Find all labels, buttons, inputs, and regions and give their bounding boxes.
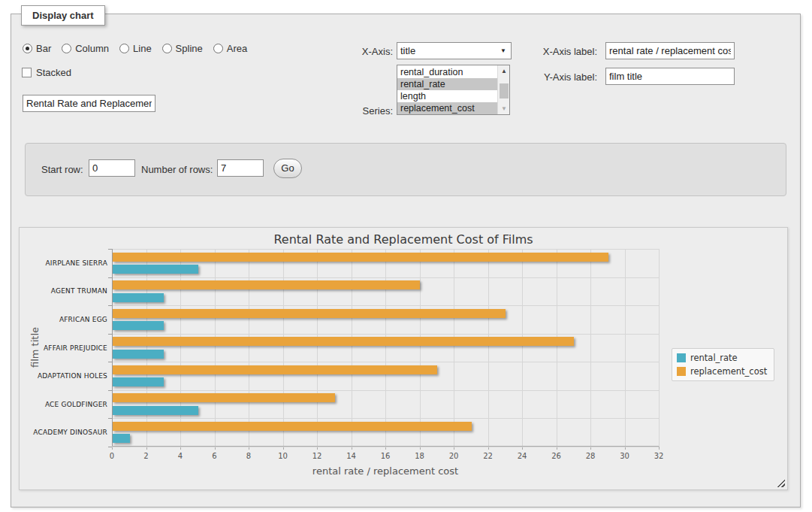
y-axis-label-input[interactable] (605, 68, 735, 85)
radio-circle-icon[interactable] (119, 44, 129, 53)
gridline (659, 249, 660, 447)
bar-rental_rate-african-egg[interactable] (113, 321, 164, 330)
gridline (112, 249, 659, 250)
stacked-checkbox[interactable] (22, 68, 32, 77)
series-options: rental_durationrental_ratelengthreplacem… (397, 66, 497, 114)
chart-title: Rental Rate and Replacement Cost of Film… (20, 232, 787, 247)
x-axis-label-label: X-Axis label: (526, 46, 597, 57)
legend-swatch-icon (677, 367, 686, 376)
radio-circle-icon[interactable] (162, 44, 172, 53)
x-axis-select[interactable]: title ▼ (397, 42, 512, 59)
gridline (522, 249, 523, 447)
series-option-length[interactable]: length (397, 90, 497, 102)
stacked-checkbox-row[interactable]: Stacked (22, 67, 71, 78)
radio-circle-icon[interactable] (213, 44, 223, 53)
x-tick-label: 10 (278, 452, 288, 460)
bar-replacement_cost-affair-prejudice[interactable] (113, 337, 574, 346)
scrollbar-thumb[interactable] (500, 83, 509, 98)
chart-plot-area: 02468101214161820222426283032AIRPLANE SI… (112, 249, 659, 447)
gridline (146, 249, 147, 447)
x-axis-select-value: title (400, 45, 415, 56)
radio-line[interactable]: Line (119, 43, 152, 54)
y-axis-label-label: Y-Axis label: (526, 71, 597, 83)
bar-replacement_cost-adaptation-holes[interactable] (113, 365, 437, 374)
gridline (283, 249, 284, 447)
x-tick-label: 4 (178, 452, 183, 460)
x-tick-label: 20 (449, 452, 459, 460)
page: Display chart BarColumnLineSplineArea St… (0, 0, 812, 512)
radio-column[interactable]: Column (62, 43, 109, 54)
bar-rental_rate-adaptation-holes[interactable] (113, 377, 164, 386)
scrollbar-up-icon[interactable]: ▲ (498, 65, 510, 77)
category-label: AIRPLANE SIERRA (20, 259, 107, 267)
radio-label: Bar (36, 43, 51, 54)
chart-type-group: BarColumnLineSplineArea (23, 43, 247, 54)
resize-handle-icon[interactable] (777, 479, 785, 487)
series-scrollbar[interactable]: ▲ ▼ (497, 65, 509, 114)
legend-item-replacement_cost[interactable]: replacement_cost (677, 366, 767, 377)
y-axis-line (112, 249, 113, 447)
series-listbox[interactable]: rental_durationrental_ratelengthreplacem… (397, 65, 510, 115)
y-axis-title: film title (29, 327, 41, 368)
legend-item-rental_rate[interactable]: rental_rate (677, 353, 767, 363)
gridline (625, 249, 626, 447)
bar-replacement_cost-airplane-sierra[interactable] (113, 253, 608, 262)
series-option-rental_rate[interactable]: rental_rate (397, 78, 497, 90)
chart-legend: rental_ratereplacement_cost (672, 348, 774, 381)
x-tick-label: 18 (415, 452, 424, 460)
series-option-rental_duration[interactable]: rental_duration (397, 66, 497, 78)
radio-circle-icon[interactable] (62, 44, 71, 53)
bar-replacement_cost-african-egg[interactable] (113, 309, 506, 318)
x-tick-label: 22 (483, 452, 493, 460)
radio-bar[interactable]: Bar (23, 43, 51, 54)
y-tick (108, 447, 112, 447)
x-tick-label: 2 (143, 452, 148, 460)
bar-rental_rate-affair-prejudice[interactable] (113, 350, 164, 359)
num-rows-input[interactable] (217, 159, 264, 177)
gridline (112, 447, 659, 447)
bar-replacement_cost-academy-dinosaur[interactable] (113, 422, 472, 431)
chart-title-input[interactable] (23, 95, 155, 112)
x-axis-label-input[interactable] (605, 42, 735, 59)
scrollbar-down-icon[interactable]: ▼ (498, 103, 510, 114)
radio-area[interactable]: Area (213, 43, 247, 54)
series-option-replacement_cost[interactable]: replacement_cost (397, 102, 497, 114)
gridline (557, 249, 557, 447)
gridline (385, 249, 386, 447)
chart-container: Rental Rate and Replacement Cost of Film… (19, 227, 788, 490)
x-tick-label: 28 (586, 452, 596, 460)
bar-replacement_cost-agent-truman[interactable] (113, 280, 420, 289)
gridline (112, 390, 659, 391)
radio-circle-icon[interactable] (23, 44, 32, 53)
x-tick-label: 24 (518, 452, 527, 460)
x-tick-label: 26 (551, 452, 561, 460)
x-tick-label: 12 (312, 452, 322, 460)
radio-label: Line (133, 43, 152, 54)
gridline (112, 277, 659, 278)
gridline (454, 249, 454, 447)
dropdown-arrow-icon[interactable]: ▼ (500, 47, 508, 54)
gridline (488, 249, 489, 447)
bar-rental_rate-academy-dinosaur[interactable] (113, 434, 130, 443)
category-label: ACADEMY DINOSAUR (20, 429, 107, 436)
radio-spline[interactable]: Spline (162, 43, 203, 54)
bar-rental_rate-airplane-sierra[interactable] (113, 265, 198, 274)
gridline (352, 249, 352, 447)
legend-swatch-icon (677, 353, 686, 362)
bar-replacement_cost-ace-goldfinger[interactable] (113, 393, 335, 402)
radio-label: Area (227, 43, 247, 54)
start-row-input[interactable] (89, 159, 135, 177)
x-tick-label: 0 (110, 452, 114, 460)
x-axis-line (112, 446, 659, 447)
go-button[interactable]: Go (273, 159, 302, 178)
gridline (112, 305, 659, 306)
bar-rental_rate-ace-goldfinger[interactable] (113, 406, 198, 415)
bar-rental_rate-agent-truman[interactable] (113, 293, 164, 302)
gridline (112, 362, 659, 362)
gridline (317, 249, 318, 447)
gridline (112, 334, 659, 335)
x-tick-label: 30 (620, 452, 629, 460)
start-row-label: Start row: (41, 164, 83, 175)
x-tick-label: 6 (212, 452, 216, 460)
gridline (180, 249, 181, 447)
